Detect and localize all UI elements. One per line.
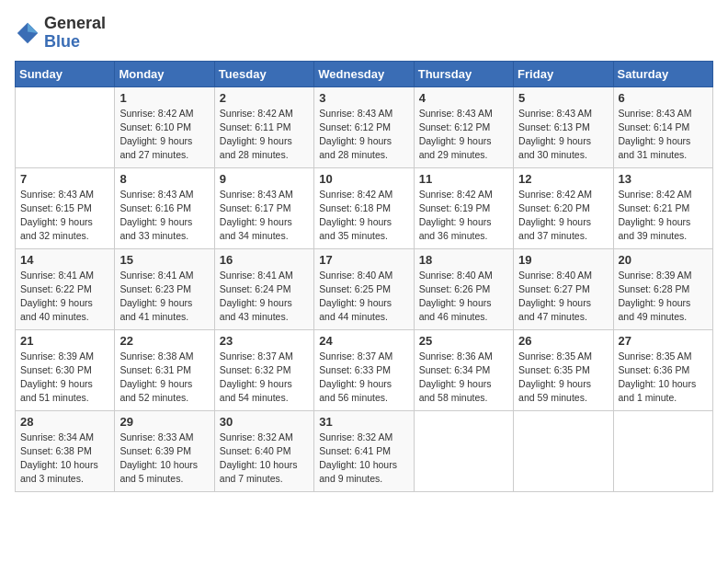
day-info-line: Sunset: 6:33 PM	[319, 364, 391, 375]
week-row-0: 1Sunrise: 8:42 AMSunset: 6:10 PMDaylight…	[16, 86, 713, 167]
week-row-2: 14Sunrise: 8:41 AMSunset: 6:22 PMDayligh…	[16, 248, 713, 329]
calendar-cell: 18Sunrise: 8:40 AMSunset: 6:26 PMDayligh…	[414, 248, 513, 329]
day-info-line: Daylight: 10 hours	[619, 378, 697, 389]
logo: General Blue	[15, 15, 106, 52]
day-info-line: Sunset: 6:38 PM	[20, 445, 92, 456]
day-info-line: Sunset: 6:18 PM	[319, 202, 391, 213]
day-number: 7	[20, 172, 109, 186]
calendar-cell: 26Sunrise: 8:35 AMSunset: 6:35 PMDayligh…	[514, 329, 613, 410]
day-info: Sunrise: 8:41 AMSunset: 6:24 PMDaylight:…	[220, 269, 309, 325]
calendar-cell: 3Sunrise: 8:43 AMSunset: 6:12 PMDaylight…	[314, 86, 414, 167]
day-info: Sunrise: 8:43 AMSunset: 6:15 PMDaylight:…	[20, 188, 109, 244]
week-row-1: 7Sunrise: 8:43 AMSunset: 6:15 PMDaylight…	[16, 167, 713, 248]
day-info-line: and 1 minute.	[619, 392, 677, 403]
header-wednesday: Wednesday	[314, 61, 414, 86]
calendar-table: SundayMondayTuesdayWednesdayThursdayFrid…	[15, 61, 713, 492]
day-info-line: and 33 minutes.	[119, 230, 188, 241]
day-info-line: Daylight: 9 hours	[220, 135, 292, 146]
calendar-cell: 7Sunrise: 8:43 AMSunset: 6:15 PMDaylight…	[16, 167, 115, 248]
day-number: 2	[220, 91, 309, 105]
day-info: Sunrise: 8:34 AMSunset: 6:38 PMDaylight:…	[20, 431, 109, 487]
calendar-cell: 5Sunrise: 8:43 AMSunset: 6:13 PMDaylight…	[514, 86, 613, 167]
day-info-line: Sunrise: 8:39 AM	[619, 270, 692, 281]
calendar-cell: 12Sunrise: 8:42 AMSunset: 6:20 PMDayligh…	[514, 167, 613, 248]
day-info-line: Daylight: 9 hours	[220, 216, 292, 227]
calendar-cell: 15Sunrise: 8:41 AMSunset: 6:23 PMDayligh…	[115, 248, 214, 329]
day-info-line: and 28 minutes.	[319, 149, 388, 160]
day-info-line: Sunrise: 8:37 AM	[319, 350, 392, 362]
day-info-line: Daylight: 9 hours	[319, 297, 392, 308]
day-info-line: Daylight: 9 hours	[619, 297, 691, 308]
day-info: Sunrise: 8:43 AMSunset: 6:12 PMDaylight:…	[419, 107, 508, 163]
day-info-line: Sunset: 6:32 PM	[220, 364, 291, 375]
day-info-line: and 34 minutes.	[220, 230, 289, 241]
day-info-line: Sunset: 6:35 PM	[518, 364, 590, 375]
day-info: Sunrise: 8:38 AMSunset: 6:31 PMDaylight:…	[119, 350, 209, 406]
day-info-line: and 29 minutes.	[419, 149, 488, 160]
calendar-cell: 14Sunrise: 8:41 AMSunset: 6:22 PMDayligh…	[16, 248, 115, 329]
calendar-cell: 25Sunrise: 8:36 AMSunset: 6:34 PMDayligh…	[414, 329, 513, 410]
day-info-line: Sunset: 6:28 PM	[619, 283, 690, 294]
day-info: Sunrise: 8:39 AMSunset: 6:30 PMDaylight:…	[20, 350, 109, 406]
day-number: 9	[220, 172, 309, 186]
logo-icon	[15, 20, 40, 46]
calendar-cell: 9Sunrise: 8:43 AMSunset: 6:17 PMDaylight…	[214, 167, 313, 248]
day-info-line: Daylight: 10 hours	[319, 459, 397, 470]
header-thursday: Thursday	[414, 61, 513, 86]
day-info: Sunrise: 8:42 AMSunset: 6:19 PMDaylight:…	[419, 188, 508, 244]
day-info-line: and 31 minutes.	[619, 149, 688, 160]
day-info-line: Sunrise: 8:42 AM	[220, 108, 293, 119]
day-info-line: Sunrise: 8:42 AM	[119, 108, 193, 119]
day-info-line: Sunset: 6:16 PM	[119, 202, 191, 213]
day-info-line: Sunrise: 8:43 AM	[119, 189, 193, 200]
day-info-line: Daylight: 9 hours	[419, 378, 492, 389]
day-number: 27	[619, 334, 708, 348]
day-info-line: Sunset: 6:23 PM	[119, 283, 191, 294]
day-info-line: Sunset: 6:31 PM	[119, 364, 191, 375]
day-info: Sunrise: 8:43 AMSunset: 6:13 PMDaylight:…	[518, 107, 608, 163]
day-info-line: Sunset: 6:41 PM	[319, 445, 391, 456]
day-info: Sunrise: 8:35 AMSunset: 6:35 PMDaylight:…	[518, 350, 608, 406]
day-number: 26	[518, 334, 608, 348]
day-info-line: and 52 minutes.	[119, 392, 188, 403]
day-number: 17	[319, 253, 408, 267]
day-number: 19	[518, 253, 608, 267]
day-info-line: Daylight: 9 hours	[419, 216, 492, 227]
header-sunday: Sunday	[16, 61, 115, 86]
calendar-cell: 20Sunrise: 8:39 AMSunset: 6:28 PMDayligh…	[613, 248, 712, 329]
day-info-line: Daylight: 9 hours	[419, 135, 492, 146]
day-number: 16	[220, 253, 309, 267]
day-info-line: Sunrise: 8:40 AM	[419, 270, 493, 281]
day-number: 6	[619, 91, 708, 105]
day-info-line: Sunrise: 8:34 AM	[20, 431, 94, 442]
day-number: 22	[119, 334, 209, 348]
day-info-line: Sunset: 6:17 PM	[220, 202, 291, 213]
day-info-line: and 41 minutes.	[119, 311, 188, 322]
day-info-line: Daylight: 9 hours	[20, 297, 93, 308]
calendar-cell: 23Sunrise: 8:37 AMSunset: 6:32 PMDayligh…	[214, 329, 313, 410]
day-info: Sunrise: 8:36 AMSunset: 6:34 PMDaylight:…	[419, 350, 508, 406]
day-info-line: Daylight: 9 hours	[220, 297, 292, 308]
day-info-line: Sunrise: 8:42 AM	[619, 189, 692, 200]
day-info: Sunrise: 8:40 AMSunset: 6:26 PMDaylight:…	[419, 269, 508, 325]
day-info-line: Daylight: 9 hours	[419, 297, 492, 308]
calendar-cell: 30Sunrise: 8:32 AMSunset: 6:40 PMDayligh…	[214, 410, 313, 491]
day-info-line: Daylight: 9 hours	[619, 135, 691, 146]
day-info-line: Sunset: 6:24 PM	[220, 283, 291, 294]
day-info: Sunrise: 8:37 AMSunset: 6:32 PMDaylight:…	[220, 350, 309, 406]
day-info-line: and 3 minutes.	[20, 473, 84, 484]
day-number: 29	[119, 415, 209, 429]
day-number: 25	[419, 334, 508, 348]
day-info-line: Daylight: 9 hours	[518, 297, 591, 308]
day-info-line: Sunset: 6:39 PM	[119, 445, 191, 456]
day-number: 15	[119, 253, 209, 267]
day-info-line: Daylight: 9 hours	[119, 135, 192, 146]
day-info-line: Sunrise: 8:42 AM	[419, 189, 493, 200]
logo-text: General Blue	[44, 15, 106, 52]
day-info-line: Sunset: 6:26 PM	[419, 283, 491, 294]
day-info-line: Sunrise: 8:42 AM	[518, 189, 592, 200]
day-info-line: Sunrise: 8:40 AM	[518, 270, 592, 281]
day-info-line: and 36 minutes.	[419, 230, 488, 241]
day-number: 31	[319, 415, 408, 429]
day-info-line: Sunrise: 8:43 AM	[319, 108, 392, 119]
